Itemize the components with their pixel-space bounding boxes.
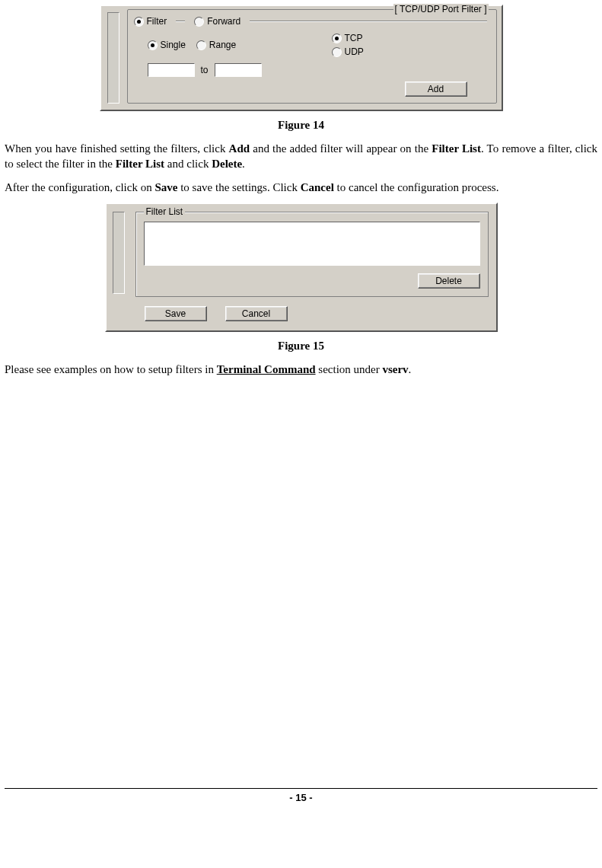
- radio-forward-label: Forward: [207, 16, 240, 27]
- figure-14-caption: Figure 14: [5, 119, 597, 132]
- radio-udp-label: UDP: [345, 46, 364, 57]
- options-row: Single Range TCP UDP: [134, 33, 490, 57]
- figure-14-sidebar-bevel: [107, 12, 119, 104]
- text-bold: Delete: [212, 158, 242, 170]
- text: When you have finished setting the filte…: [5, 142, 229, 155]
- radio-forward[interactable]: Forward: [194, 16, 240, 27]
- text: section under: [316, 363, 383, 375]
- filter-list-legend: Filter List: [144, 206, 186, 217]
- radio-range-label: Range: [209, 40, 236, 50]
- text-bold: Filter List: [432, 142, 481, 155]
- text: Please see examples on how to setup filt…: [5, 363, 217, 375]
- radio-icon: [134, 17, 144, 27]
- save-button[interactable]: Save: [145, 306, 207, 321]
- filter-list-groupbox: Filter List Delete: [135, 212, 489, 297]
- page-number-footer: - 15 -: [5, 788, 597, 803]
- filter-list-box[interactable]: [144, 222, 480, 266]
- radio-udp[interactable]: UDP: [332, 46, 364, 57]
- text: .: [409, 363, 412, 375]
- figure-15-caption: Figure 15: [5, 340, 597, 353]
- paragraph-3: Please see examples on how to setup filt…: [5, 362, 597, 377]
- link-terminal-command: Terminal Command: [217, 363, 316, 375]
- text: to save the settings. Click: [177, 181, 300, 193]
- radio-icon: [196, 40, 206, 50]
- add-button[interactable]: Add: [405, 81, 467, 97]
- figure-14-panel: [ TCP/UDP Port Filter ] Filter Forward: [100, 5, 503, 111]
- text-bold: Cancel: [301, 181, 334, 193]
- separator-line: [250, 21, 486, 22]
- to-label: to: [201, 65, 209, 75]
- figure-15-button-row: Save Cancel: [135, 306, 489, 321]
- text-bold: Add: [229, 142, 250, 155]
- radio-filter-label: Filter: [147, 16, 167, 27]
- mode-row: Filter Forward: [134, 16, 490, 27]
- separator-line: [176, 21, 185, 22]
- port-from-input[interactable]: [148, 63, 195, 77]
- radio-icon: [332, 34, 342, 43]
- figure-15-container: Filter List Delete Save Cancel: [5, 203, 597, 332]
- port-range-row: to: [134, 63, 490, 77]
- radio-filter[interactable]: Filter: [134, 16, 167, 27]
- text: and the added filter will appear on the: [250, 142, 432, 155]
- text: and click: [164, 158, 212, 170]
- figure-15-panel: Filter List Delete Save Cancel: [105, 203, 498, 332]
- text: to cancel the configuration process.: [334, 181, 499, 193]
- paragraph-2: After the configuration, click on Save t…: [5, 180, 597, 195]
- text-bold: Save: [154, 181, 177, 193]
- text-bold: vserv: [382, 363, 408, 375]
- delete-button[interactable]: Delete: [418, 273, 480, 289]
- radio-tcp-label: TCP: [345, 33, 363, 43]
- radio-icon: [332, 47, 342, 57]
- cancel-button[interactable]: Cancel: [225, 306, 288, 321]
- figure-15-sidebar-bevel: [113, 212, 125, 294]
- text: .: [242, 158, 245, 170]
- port-filter-groupbox: [ TCP/UDP Port Filter ] Filter Forward: [127, 9, 497, 104]
- groupbox-title: [ TCP/UDP Port Filter ]: [393, 4, 489, 14]
- text: After the configuration, click on: [5, 181, 154, 193]
- radio-single[interactable]: Single: [148, 40, 186, 50]
- radio-icon: [148, 40, 158, 50]
- radio-range[interactable]: Range: [196, 40, 236, 50]
- figure-14-container: [ TCP/UDP Port Filter ] Filter Forward: [5, 5, 597, 111]
- radio-tcp[interactable]: TCP: [332, 33, 364, 43]
- radio-single-label: Single: [161, 40, 186, 50]
- paragraph-1: When you have finished setting the filte…: [5, 141, 597, 172]
- port-to-input[interactable]: [215, 63, 262, 77]
- text-bold: Filter List: [116, 158, 164, 170]
- radio-icon: [194, 17, 204, 27]
